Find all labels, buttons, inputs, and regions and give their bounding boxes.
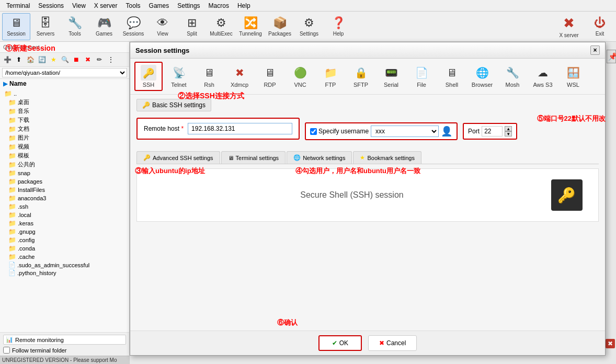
basic-ssh-section-title: 🔑 Basic SSH settings: [136, 99, 211, 111]
toolbar-servers[interactable]: 🗄 Servers: [31, 13, 60, 40]
tree-item-config[interactable]: 📁 .config: [0, 236, 129, 244]
tree-item-packages[interactable]: 📁 packages: [0, 177, 129, 186]
tree-item-cache[interactable]: 📁 .cache: [0, 253, 129, 261]
tree-item-templates[interactable]: 📁 模板: [0, 151, 129, 160]
toolbar-tools[interactable]: 🔧 Tools: [61, 13, 89, 40]
tree-item-downloads[interactable]: 📁 下载: [0, 116, 129, 124]
menu-games[interactable]: Games: [145, 1, 174, 10]
tab-advanced-ssh[interactable]: 🔑 Advanced SSH settings: [136, 151, 220, 164]
follow-terminal-checkbox[interactable]: [3, 347, 10, 354]
protocol-ftp[interactable]: 📁 FTP: [316, 62, 345, 91]
edit-btn[interactable]: ✏: [94, 54, 105, 65]
protocol-rsh[interactable]: 🖥 Rsh: [195, 62, 223, 91]
add-btn[interactable]: ➕: [2, 54, 13, 65]
up-btn[interactable]: ⬆: [14, 54, 24, 65]
protocol-serial[interactable]: 📟 Serial: [377, 62, 405, 91]
path-dropdown[interactable]: /home/qiyuan-station/: [2, 68, 127, 77]
tree-item-keras[interactable]: 📁 .keras: [0, 219, 129, 228]
tree-item-ssh[interactable]: 📁 .ssh: [0, 202, 129, 211]
refresh-btn[interactable]: 🔄: [37, 54, 47, 65]
toolbar-settings[interactable]: ⚙ Settings: [295, 13, 323, 40]
ok-button[interactable]: ✔ OK: [318, 335, 362, 351]
games-icon: 🎮: [97, 16, 111, 30]
toolbar-help[interactable]: ❓ Help: [324, 13, 352, 40]
dialog-close-button[interactable]: ×: [590, 46, 600, 55]
protocol-awss3[interactable]: ☁ Aws S3: [529, 62, 557, 91]
menu-sessions[interactable]: Sessions: [34, 1, 68, 10]
follow-terminal-option[interactable]: Follow terminal folder: [3, 347, 126, 354]
path-selector[interactable]: /home/qiyuan-station/: [0, 67, 129, 79]
tree-item-dotdot[interactable]: 📁 ..: [0, 89, 129, 98]
toolbar-view[interactable]: 👁 View: [149, 13, 177, 40]
protocol-sftp[interactable]: 🔒 SFTP: [347, 62, 375, 91]
toolbar-packages[interactable]: 📦 Packages: [266, 13, 294, 40]
bookmark-btn[interactable]: ★: [48, 54, 59, 65]
tree-item-installfiles[interactable]: 📁 InstallFiles: [0, 186, 129, 194]
tree-item-docs[interactable]: 📁 文档: [0, 124, 129, 133]
tab-terminal-settings[interactable]: 🖥 Terminal settings: [221, 151, 286, 164]
username-select[interactable]: xxx: [371, 126, 439, 137]
protocol-shell[interactable]: 🖥 Shell: [438, 62, 466, 91]
protocol-ssh[interactable]: 🔑 SSH: [134, 62, 163, 91]
folder-icon: 📁: [8, 195, 16, 202]
tree-item-music[interactable]: 📁 音乐: [0, 107, 129, 116]
tab-network-settings[interactable]: 🌐 Network settings: [287, 151, 352, 164]
tree-item-gnupg[interactable]: 📁 .gnupg: [0, 228, 129, 236]
tree-item-pics[interactable]: 📁 图片: [0, 133, 129, 142]
port-spinner[interactable]: ▲ ▼: [505, 126, 512, 136]
attach-pin-icon[interactable]: 📌: [607, 50, 616, 63]
protocol-xdmcp[interactable]: ✖ Xdmcp: [225, 62, 254, 91]
folder-icon: 📁: [8, 161, 16, 168]
port-down-button[interactable]: ▼: [505, 131, 512, 136]
tree-item-local[interactable]: 📁 .local: [0, 211, 129, 219]
toolbar-tunneling[interactable]: 🔀 Tunneling: [236, 13, 265, 40]
port-input[interactable]: [482, 126, 503, 136]
specify-username-checkbox[interactable]: [310, 128, 317, 135]
toolbar-multiexec[interactable]: ⚙ MultiExec: [207, 13, 235, 40]
left-bottom: 📊 Remote monitoring Follow terminal fold…: [0, 332, 129, 356]
menu-macros[interactable]: Macros: [204, 1, 233, 10]
protocol-file[interactable]: 📄 File: [407, 62, 436, 91]
network-settings-tab-icon: 🌐: [293, 154, 301, 161]
tree-item-conda[interactable]: 📁 .conda: [0, 244, 129, 253]
port-up-button[interactable]: ▲: [505, 126, 512, 131]
menu-tools[interactable]: Tools: [122, 1, 145, 10]
home-btn[interactable]: 🏠: [25, 54, 36, 65]
folder-icon: 📁: [8, 169, 16, 177]
protocol-telnet[interactable]: 📡 Telnet: [165, 62, 193, 91]
stop-btn[interactable]: ⏹: [71, 54, 82, 65]
tree-item-videos[interactable]: 📁 视频: [0, 142, 129, 151]
specify-username-label[interactable]: Specify username: [310, 128, 369, 135]
tunneling-icon: 🔀: [244, 16, 258, 30]
toolbar-exit[interactable]: ⏻ Exit: [586, 13, 614, 40]
protocol-mosh[interactable]: 🔧 Mosh: [498, 62, 527, 91]
delete-btn[interactable]: ✖: [83, 54, 93, 65]
tab-bookmark-settings[interactable]: ★ Bookmark settings: [353, 151, 421, 164]
toolbar-games[interactable]: 🎮 Games: [90, 13, 118, 40]
protocol-rdp[interactable]: 🖥 RDP: [256, 62, 284, 91]
menu-help[interactable]: Help: [233, 1, 255, 10]
menu-settings[interactable]: Settings: [173, 1, 204, 10]
tree-item-python-history[interactable]: 📄 .python_history: [0, 269, 129, 277]
tree-item-public[interactable]: 📁 公共的: [0, 160, 129, 169]
protocol-wsl[interactable]: 🪟 WSL: [559, 62, 587, 91]
tree-item-snap[interactable]: 📁 snap: [0, 169, 129, 177]
toolbar-split[interactable]: ⊞ Split: [178, 13, 206, 40]
tree-item-sudo[interactable]: 📄 .sudo_as_admin_successful: [0, 261, 129, 269]
remote-monitoring-button[interactable]: 📊 Remote monitoring: [3, 335, 126, 345]
toolbar-xserver[interactable]: ✖ X server: [553, 13, 585, 40]
toolbar-sessions[interactable]: 💬 Sessions: [119, 13, 147, 40]
exit-red-button[interactable]: ✖: [606, 339, 615, 348]
protocol-browser[interactable]: 🌐 Browser: [468, 62, 496, 91]
remote-host-input[interactable]: [188, 123, 292, 134]
protocol-vnc[interactable]: 🟢 VNC: [286, 62, 314, 91]
filter-btn[interactable]: 🔍: [60, 54, 70, 65]
tree-item-desktop[interactable]: 📁 桌面: [0, 98, 129, 107]
cancel-button[interactable]: ✖ Cancel: [368, 335, 417, 351]
menu-terminal[interactable]: Terminal: [2, 1, 34, 10]
tree-item-anaconda3[interactable]: 📁 anaconda3: [0, 194, 129, 202]
menu-view[interactable]: View: [68, 1, 90, 10]
toolbar-session[interactable]: 🖥 Session: [2, 13, 30, 40]
menu-xserver[interactable]: X server: [90, 1, 122, 10]
more-btn[interactable]: ⋮: [106, 54, 116, 65]
